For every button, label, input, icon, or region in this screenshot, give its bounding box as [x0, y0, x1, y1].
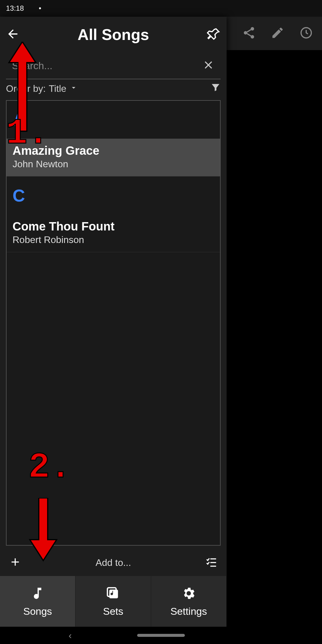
system-home-pill[interactable]: [137, 634, 185, 637]
order-by-selector[interactable]: Order by: Title: [6, 83, 78, 94]
library-icon: [106, 586, 120, 603]
system-back-icon[interactable]: ‹: [69, 630, 72, 641]
song-list[interactable]: A Amazing Grace John Newton C Come Thou …: [6, 100, 221, 546]
checklist-icon[interactable]: [205, 556, 218, 569]
tab-label: Settings: [170, 606, 207, 617]
gear-icon: [181, 586, 196, 603]
chevron-down-icon: [69, 83, 78, 94]
svg-point-10: [251, 35, 254, 39]
side-drawer: All Songs Order by: Title: [0, 17, 227, 627]
svg-point-8: [251, 27, 254, 31]
song-title: Come Thou Fount: [13, 220, 214, 233]
edit-icon[interactable]: [271, 26, 284, 41]
status-bar: 13:18 31 train •: [0, 0, 322, 17]
tab-songs[interactable]: Songs: [0, 576, 75, 627]
order-value: Title: [49, 83, 66, 94]
song-author: Robert Robinson: [13, 234, 214, 245]
status-time: 13:18: [6, 4, 24, 13]
add-button[interactable]: [9, 556, 21, 569]
song-item[interactable]: Come Thou Fount Robert Robinson: [7, 214, 220, 252]
filter-button[interactable]: [210, 82, 221, 95]
drawer-title: All Songs: [20, 26, 207, 44]
add-to-button[interactable]: Add to...: [21, 557, 205, 568]
tab-settings[interactable]: Settings: [151, 576, 227, 627]
song-item[interactable]: Amazing Grace John Newton: [7, 139, 220, 177]
pin-button[interactable]: [207, 27, 221, 42]
tab-label: Sets: [103, 606, 123, 617]
tab-sets[interactable]: Sets: [75, 576, 151, 627]
system-nav-bar: ‹: [0, 627, 322, 644]
music-note-icon: [30, 586, 45, 603]
search-input[interactable]: [12, 60, 202, 72]
section-header: A: [7, 101, 220, 139]
clock-icon[interactable]: [299, 26, 313, 41]
clear-search-button[interactable]: [202, 59, 215, 72]
song-author: John Newton: [13, 159, 214, 170]
section-header: C: [7, 177, 220, 214]
order-label: Order by:: [6, 83, 46, 94]
svg-point-9: [244, 31, 247, 35]
status-dot-icon: •: [39, 4, 41, 13]
back-button[interactable]: [6, 27, 20, 42]
song-title: Amazing Grace: [13, 144, 214, 157]
tab-label: Songs: [23, 606, 52, 617]
share-icon[interactable]: [242, 26, 256, 41]
